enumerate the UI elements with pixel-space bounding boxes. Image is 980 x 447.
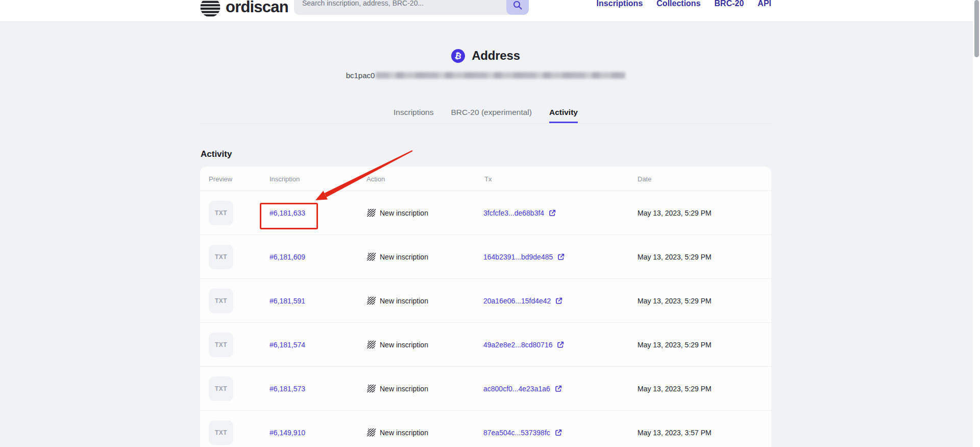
action-label: New inscription [380,297,428,305]
table-header-row: PreviewInscriptionActionTxDate [200,167,771,191]
preview-badge[interactable]: TXT [209,333,233,357]
external-link-icon [555,297,563,305]
column-header-tx: Tx [484,175,492,182]
tx-hash-label: 3fcfcfe3...de68b3f4 [483,209,544,217]
action-cell: New inscription [368,297,428,305]
tx-link[interactable]: 164b2391...bd9de485 [483,253,565,261]
tx-hash-label: 164b2391...bd9de485 [483,253,553,261]
new-inscription-icon [367,341,376,348]
action-label: New inscription [380,385,428,393]
inscription-link[interactable]: #6,181,573 [270,385,305,393]
inscription-link[interactable]: #6,181,574 [270,341,305,349]
bitcoin-icon: ₿ [450,48,467,64]
inscription-link[interactable]: #6,181,609 [270,253,305,261]
action-label: New inscription [380,253,428,261]
new-inscription-icon [367,297,376,304]
action-cell: New inscription [368,253,428,261]
address-value: bc1pac0 [200,71,771,80]
date-cell: May 13, 2023, 5:29 PM [638,341,712,349]
logo-wordmark: ordiscan [226,0,288,17]
activity-table: PreviewInscriptionActionTxDate TXT #6,18… [200,167,771,447]
search-button[interactable] [506,0,529,15]
scrollbar-track[interactable] [973,0,980,447]
ordiscan-logo[interactable]: ordiscan [200,0,288,17]
action-cell: New inscription [368,209,428,217]
ordiscan-logo-icon [200,0,220,17]
action-cell: New inscription [368,341,428,349]
scrollbar-thumb[interactable] [974,0,979,57]
date-cell: May 13, 2023, 5:29 PM [638,385,712,393]
search-input[interactable] [294,0,528,7]
column-header-inscription: Inscription [270,175,300,182]
preview-type-label: TXT [215,429,227,436]
inscription-link[interactable]: #6,149,910 [270,429,305,437]
table-row: TXT #6,149,910 New inscription 87ea504c.… [200,410,771,447]
address-text: bc1pac0 [346,71,375,80]
new-inscription-icon [367,385,376,392]
external-link-icon [557,253,565,261]
action-cell: New inscription [368,385,428,393]
preview-type-label: TXT [215,253,227,261]
preview-badge[interactable]: TXT [209,201,233,225]
new-inscription-icon [367,253,376,261]
external-link-icon [554,385,562,393]
table-row: TXT #6,181,633 New inscription 3fcfcfe3.… [200,191,771,234]
top-navbar: ordiscan InscriptionsCollectionsBRC-20AP… [0,0,980,22]
external-link-icon [554,429,562,437]
address-redacted-blur [376,72,625,79]
inscription-link[interactable]: #6,181,633 [270,209,305,217]
date-cell: May 13, 2023, 5:29 PM [638,209,712,217]
tx-hash-label: 20a16e06...15fd4e42 [483,297,551,305]
tx-link[interactable]: 3fcfcfe3...de68b3f4 [483,209,556,217]
tabs-divider [200,123,771,124]
tx-hash-label: ac800cf0...4e23a1a6 [483,385,550,393]
preview-type-label: TXT [215,385,227,392]
main-nav: InscriptionsCollectionsBRC-20API [597,0,771,8]
preview-badge[interactable]: TXT [209,377,233,401]
search-box [294,0,528,15]
preview-type-label: TXT [215,209,227,217]
preview-badge[interactable]: TXT [209,420,233,445]
preview-badge[interactable]: TXT [209,289,233,313]
new-inscription-icon [367,209,376,217]
action-label: New inscription [380,209,428,217]
section-heading: Activity [201,149,232,159]
search-icon [512,0,523,10]
date-cell: May 13, 2023, 5:29 PM [638,253,712,261]
column-header-preview: Preview [209,175,232,182]
tab-activity[interactable]: Activity [549,106,578,123]
address-tabs: InscriptionsBRC-20 (experimental)Activit… [200,106,771,123]
nav-link-brc-20[interactable]: BRC-20 [715,0,744,8]
inscription-link[interactable]: #6,181,591 [270,297,305,305]
external-link-icon [556,341,565,349]
table-row: TXT #6,181,591 New inscription 20a16e06.… [200,278,771,322]
tx-link[interactable]: 20a16e06...15fd4e42 [483,297,563,305]
preview-badge[interactable]: TXT [209,245,233,269]
tx-link[interactable]: ac800cf0...4e23a1a6 [483,385,562,393]
external-link-icon [548,209,556,217]
table-row: TXT #6,181,609 New inscription 164b2391.… [200,234,771,278]
date-cell: May 13, 2023, 3:57 PM [638,429,712,437]
column-header-action: Action [366,175,385,182]
tx-link[interactable]: 87ea504c...537398fc [483,429,562,437]
nav-link-inscriptions[interactable]: Inscriptions [597,0,643,8]
date-cell: May 13, 2023, 5:29 PM [638,297,712,305]
action-label: New inscription [380,429,428,437]
tab-inscriptions[interactable]: Inscriptions [394,106,433,123]
address-header: ₿ Address [200,49,771,63]
nav-link-api[interactable]: API [757,0,771,8]
tx-hash-label: 87ea504c...537398fc [483,429,550,437]
page-content: ₿ Address bc1pac0 InscriptionsBRC-20 (ex… [200,0,771,447]
tx-link[interactable]: 49a2e8e2...8cd80716 [483,341,565,349]
column-header-date: Date [638,175,651,182]
nav-link-collections[interactable]: Collections [656,0,700,8]
action-label: New inscription [380,341,428,349]
action-cell: New inscription [368,429,428,437]
tx-hash-label: 49a2e8e2...8cd80716 [483,341,552,349]
table-row: TXT #6,181,574 New inscription 49a2e8e2.… [200,322,771,366]
table-body: TXT #6,181,633 New inscription 3fcfcfe3.… [200,191,771,447]
table-row: TXT #6,181,573 New inscription ac800cf0.… [200,366,771,410]
preview-type-label: TXT [215,341,227,348]
new-inscription-icon [367,429,376,436]
tab-brc-20-experimental-[interactable]: BRC-20 (experimental) [451,106,532,123]
